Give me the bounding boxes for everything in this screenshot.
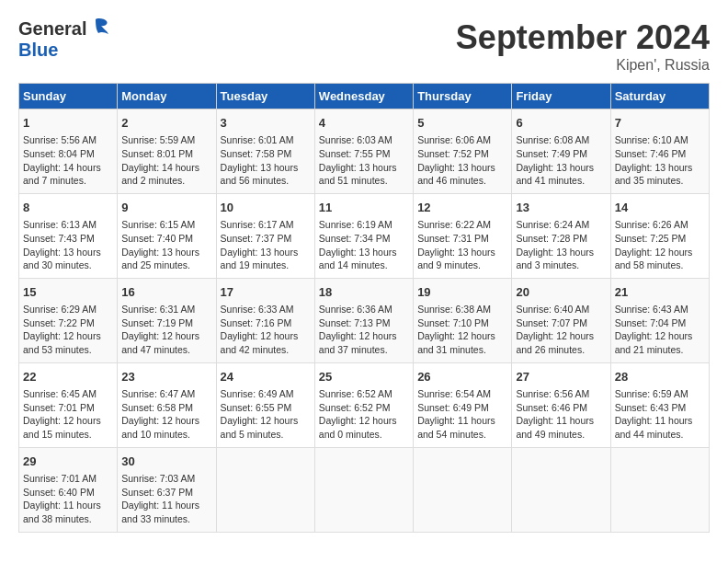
logo-blue-text: Blue [18,40,58,61]
daylight-minutes-label: and 33 minutes. [121,513,190,524]
day-number: 13 [516,200,606,216]
calendar-cell: 20 Sunrise: 6:40 AM Sunset: 7:07 PM Dayl… [512,278,610,362]
calendar-cell: 16 Sunrise: 6:31 AM Sunset: 7:19 PM Dayl… [118,278,216,362]
daylight-hours-label: Daylight: 11 hours [121,500,199,511]
daylight-minutes-label: and 54 minutes. [417,429,486,440]
page-title: September 2024 [456,18,710,57]
calendar-table: SundayMondayTuesdayWednesdayThursdayFrid… [18,83,710,533]
day-number: 30 [121,454,211,470]
sunset-info: Sunset: 7:04 PM [615,317,687,328]
day-number: 3 [221,115,311,132]
day-number: 19 [417,284,507,301]
sunset-info: Sunset: 7:40 PM [121,233,193,244]
daylight-hours-label: Daylight: 12 hours [121,330,199,341]
sunset-info: Sunset: 7:46 PM [615,148,687,159]
sunrise-info: Sunrise: 6:13 AM [23,219,97,230]
daylight-minutes-label: and 25 minutes. [121,259,190,270]
calendar-cell: 14 Sunrise: 6:26 AM Sunset: 7:25 PM Dayl… [610,193,709,278]
calendar-cell: 8 Sunrise: 6:13 AM Sunset: 7:43 PM Dayli… [19,193,118,278]
daylight-minutes-label: and 15 minutes. [23,429,92,440]
daylight-hours-label: Daylight: 13 hours [417,162,495,173]
calendar-cell: 21 Sunrise: 6:43 AM Sunset: 7:04 PM Dayl… [610,278,709,362]
daylight-hours-label: Daylight: 13 hours [417,247,495,258]
calendar-day-header: Monday [118,84,216,109]
daylight-minutes-label: and 19 minutes. [221,259,290,270]
day-number: 26 [417,369,507,385]
day-number: 18 [319,284,409,301]
calendar-cell: 19 Sunrise: 6:38 AM Sunset: 7:10 PM Dayl… [414,278,512,362]
daylight-minutes-label: and 21 minutes. [615,344,684,355]
calendar-week-row: 1 Sunrise: 5:56 AM Sunset: 8:04 PM Dayli… [19,109,710,194]
day-number: 8 [23,200,113,216]
daylight-hours-label: Daylight: 13 hours [319,162,397,173]
calendar-day-header: Thursday [414,84,512,109]
calendar-cell: 23 Sunrise: 6:47 AM Sunset: 6:58 PM Dayl… [118,362,216,447]
sunrise-info: Sunrise: 6:49 AM [221,388,294,399]
daylight-minutes-label: and 46 minutes. [417,175,486,186]
daylight-hours-label: Daylight: 13 hours [121,247,199,258]
daylight-hours-label: Daylight: 13 hours [516,162,594,173]
daylight-minutes-label: and 0 minutes. [319,429,382,440]
daylight-hours-label: Daylight: 12 hours [319,330,397,341]
sunset-info: Sunset: 8:04 PM [23,148,95,159]
page-header: General Blue September 2024 Kipen', Russ… [18,18,710,74]
daylight-hours-label: Daylight: 14 hours [121,162,199,173]
sunset-info: Sunset: 7:58 PM [221,148,292,159]
calendar-cell: 30 Sunrise: 7:03 AM Sunset: 6:37 PM Dayl… [118,447,216,532]
calendar-cell: 9 Sunrise: 6:15 AM Sunset: 7:40 PM Dayli… [118,193,216,278]
sunrise-info: Sunrise: 6:59 AM [615,388,688,399]
calendar-cell: 26 Sunrise: 6:54 AM Sunset: 6:49 PM Dayl… [414,362,512,447]
day-number: 10 [221,200,311,216]
daylight-hours-label: Daylight: 12 hours [417,330,495,341]
daylight-hours-label: Daylight: 12 hours [221,415,299,426]
sunrise-info: Sunrise: 6:08 AM [516,134,589,145]
day-number: 4 [319,115,409,132]
sunrise-info: Sunrise: 6:52 AM [319,388,392,399]
daylight-minutes-label: and 26 minutes. [516,344,585,355]
daylight-hours-label: Daylight: 11 hours [23,500,101,511]
daylight-minutes-label: and 5 minutes. [221,429,284,440]
day-number: 9 [121,200,211,216]
sunrise-info: Sunrise: 6:01 AM [221,134,294,145]
calendar-cell: 25 Sunrise: 6:52 AM Sunset: 6:52 PM Dayl… [314,362,413,447]
daylight-minutes-label: and 44 minutes. [615,429,684,440]
calendar-week-row: 22 Sunrise: 6:45 AM Sunset: 7:01 PM Dayl… [19,362,710,447]
daylight-minutes-label: and 38 minutes. [23,513,92,524]
calendar-cell: 24 Sunrise: 6:49 AM Sunset: 6:55 PM Dayl… [216,362,314,447]
sunrise-info: Sunrise: 6:15 AM [121,219,195,230]
sunrise-info: Sunrise: 7:01 AM [23,473,97,484]
sunset-info: Sunset: 7:34 PM [319,233,391,244]
day-number: 28 [615,369,705,385]
sunset-info: Sunset: 7:13 PM [319,317,391,328]
sunset-info: Sunset: 7:25 PM [615,233,687,244]
daylight-minutes-label: and 42 minutes. [221,344,290,355]
calendar-cell [414,447,512,532]
calendar-header-row: SundayMondayTuesdayWednesdayThursdayFrid… [19,84,710,109]
sunset-info: Sunset: 7:37 PM [221,233,292,244]
day-number: 7 [615,115,705,132]
calendar-day-header: Friday [512,84,610,109]
calendar-cell: 6 Sunrise: 6:08 AM Sunset: 7:49 PM Dayli… [512,109,610,194]
daylight-minutes-label: and 10 minutes. [121,429,190,440]
day-number: 2 [121,115,211,132]
daylight-minutes-label: and 51 minutes. [319,175,388,186]
daylight-minutes-label: and 31 minutes. [417,344,486,355]
day-number: 20 [516,284,606,301]
sunrise-info: Sunrise: 7:03 AM [121,473,195,484]
calendar-cell [512,447,610,532]
calendar-day-header: Tuesday [216,84,314,109]
sunset-info: Sunset: 7:31 PM [417,233,489,244]
calendar-cell: 27 Sunrise: 6:56 AM Sunset: 6:46 PM Dayl… [512,362,610,447]
sunset-info: Sunset: 6:46 PM [516,402,587,413]
sunrise-info: Sunrise: 6:19 AM [319,219,392,230]
day-number: 15 [23,284,113,301]
daylight-hours-label: Daylight: 13 hours [221,162,299,173]
day-number: 5 [417,115,507,132]
daylight-minutes-label: and 30 minutes. [23,259,92,270]
daylight-hours-label: Daylight: 11 hours [417,415,495,426]
sunset-info: Sunset: 6:58 PM [121,402,193,413]
daylight-minutes-label: and 56 minutes. [221,175,290,186]
daylight-minutes-label: and 35 minutes. [615,175,684,186]
calendar-cell: 22 Sunrise: 6:45 AM Sunset: 7:01 PM Dayl… [19,362,118,447]
daylight-hours-label: Daylight: 13 hours [516,247,594,258]
